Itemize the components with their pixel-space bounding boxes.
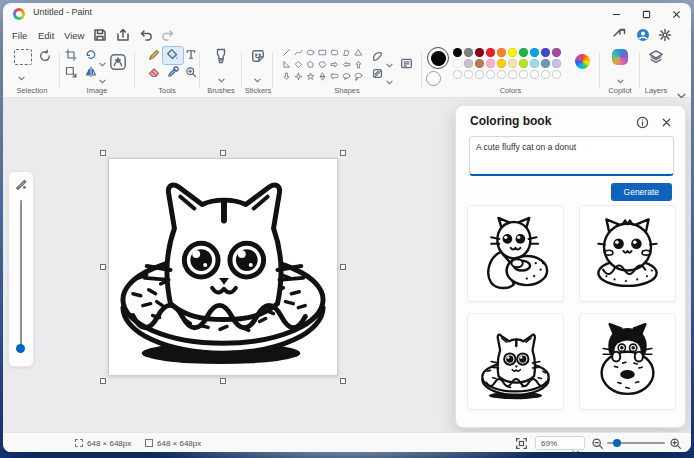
color-swatch[interactable] (486, 59, 495, 68)
prompt-input[interactable]: A cute fluffy cat on a donut (469, 136, 674, 176)
stickers-dropdown-chevron-icon[interactable] (254, 69, 261, 74)
account-icon[interactable] (635, 27, 651, 43)
minimize-button[interactable] (601, 3, 631, 25)
save-icon[interactable] (92, 27, 108, 43)
resize-icon[interactable] (65, 66, 77, 78)
rotate-icon[interactable] (85, 49, 97, 61)
layers-icon[interactable] (648, 49, 664, 65)
selection-handle-middle-left[interactable] (100, 264, 106, 270)
canvas[interactable] (108, 158, 338, 376)
export-icon[interactable] (115, 27, 131, 43)
right-triangle-shape-icon[interactable] (280, 59, 292, 70)
color-swatch[interactable] (552, 59, 561, 68)
color-swatch[interactable] (486, 48, 495, 57)
remove-background-icon[interactable] (109, 53, 127, 71)
flip-dropdown-chevron-icon[interactable] (99, 70, 106, 75)
size-slider-track[interactable] (20, 200, 22, 348)
info-icon[interactable] (636, 115, 649, 128)
arrow-down-shape-icon[interactable] (280, 71, 292, 82)
share-icon[interactable] (611, 27, 627, 43)
crop-icon[interactable] (65, 49, 77, 61)
selection-handle-bottom-right[interactable] (340, 378, 346, 384)
undo-icon[interactable] (139, 27, 155, 43)
zoom-level-dropdown[interactable]: 69% (535, 436, 585, 450)
magnifier-icon[interactable] (185, 66, 197, 78)
outline-dropdown-chevron-icon[interactable] (386, 54, 393, 59)
eyedropper-icon[interactable] (167, 66, 179, 78)
menu-view[interactable]: View (60, 28, 88, 43)
line-shape-icon[interactable] (280, 47, 292, 58)
generated-thumbnail-2[interactable] (579, 205, 676, 302)
color-swatch[interactable] (497, 59, 506, 68)
empty-color-slot[interactable] (519, 70, 528, 79)
curve-shape-icon[interactable] (292, 47, 304, 58)
ribbon-collapse-chevron-icon[interactable] (677, 85, 686, 91)
rotate-dropdown-chevron-icon[interactable] (99, 53, 106, 58)
zoom-slider-track[interactable] (607, 442, 665, 444)
color-swatch[interactable] (541, 48, 550, 57)
rectangle-shape-icon[interactable] (316, 47, 328, 58)
panel-close-icon[interactable] (660, 115, 673, 128)
oval-speech-bubble-shape-icon[interactable] (340, 71, 352, 82)
thought-bubble-shape-icon[interactable] (352, 71, 364, 82)
arrow-up-shape-icon[interactable] (352, 59, 364, 70)
menu-file[interactable]: File (8, 28, 31, 43)
generated-thumbnail-3[interactable] (467, 313, 564, 410)
generate-button[interactable]: Generate (611, 183, 672, 201)
shape-fill-icon[interactable] (372, 68, 383, 79)
free-rotate-icon[interactable] (38, 49, 52, 63)
selection-handle-bottom-center[interactable] (220, 378, 226, 384)
redo-icon[interactable] (159, 27, 175, 43)
oval-shape-icon[interactable] (304, 47, 316, 58)
empty-color-slot[interactable] (453, 70, 462, 79)
color-swatch[interactable] (475, 59, 484, 68)
shape-options-icon[interactable] (400, 57, 413, 70)
pentagon-shape-icon[interactable] (304, 59, 316, 70)
color-swatch[interactable] (475, 48, 484, 57)
empty-color-slot[interactable] (486, 70, 495, 79)
color-swatch[interactable] (464, 48, 473, 57)
arrow-left-shape-icon[interactable] (340, 59, 352, 70)
zoom-in-icon[interactable] (669, 436, 682, 449)
select-tool-icon[interactable] (14, 49, 32, 65)
primary-color-swatch[interactable] (431, 51, 446, 66)
empty-color-slot[interactable] (464, 70, 473, 79)
color-swatch[interactable] (508, 59, 517, 68)
close-button[interactable] (661, 3, 691, 25)
color-swatch[interactable] (541, 59, 550, 68)
select-dropdown-chevron-icon[interactable] (18, 67, 25, 72)
empty-color-slot[interactable] (508, 70, 517, 79)
selection-handle-bottom-left[interactable] (100, 378, 106, 384)
arrow-right-shape-icon[interactable] (328, 59, 340, 70)
six-point-star-shape-icon[interactable] (316, 71, 328, 82)
settings-gear-icon[interactable] (657, 27, 673, 43)
fill-dropdown-chevron-icon[interactable] (386, 71, 393, 76)
shape-outline-icon[interactable] (372, 51, 383, 62)
selection-handle-top-center[interactable] (220, 150, 226, 156)
color-swatch[interactable] (497, 48, 506, 57)
generated-thumbnail-1[interactable] (467, 205, 564, 302)
brush-icon[interactable] (214, 48, 228, 64)
fill-bucket-icon[interactable] (166, 48, 179, 61)
color-swatch[interactable] (519, 59, 528, 68)
brushes-dropdown-chevron-icon[interactable] (218, 69, 225, 74)
color-swatch[interactable] (552, 48, 561, 57)
diamond-shape-icon[interactable] (292, 59, 304, 70)
secondary-color-swatch[interactable] (426, 71, 441, 86)
polygon-shape-icon[interactable] (340, 47, 352, 58)
generated-thumbnail-4[interactable] (579, 313, 676, 410)
empty-color-slot[interactable] (552, 70, 561, 79)
color-swatch[interactable] (453, 48, 462, 57)
selection-handle-middle-right[interactable] (340, 264, 346, 270)
text-tool-icon[interactable] (185, 48, 197, 61)
empty-color-slot[interactable] (530, 70, 539, 79)
selection-handle-top-left[interactable] (100, 150, 106, 156)
eraser-icon[interactable] (148, 66, 160, 78)
color-swatch[interactable] (530, 48, 539, 57)
empty-color-slot[interactable] (475, 70, 484, 79)
zoom-out-icon[interactable] (591, 436, 604, 449)
four-point-star-shape-icon[interactable] (292, 71, 304, 82)
size-slider-thumb[interactable] (16, 344, 25, 353)
empty-color-slot[interactable] (497, 70, 506, 79)
speech-bubble-shape-icon[interactable] (328, 71, 340, 82)
